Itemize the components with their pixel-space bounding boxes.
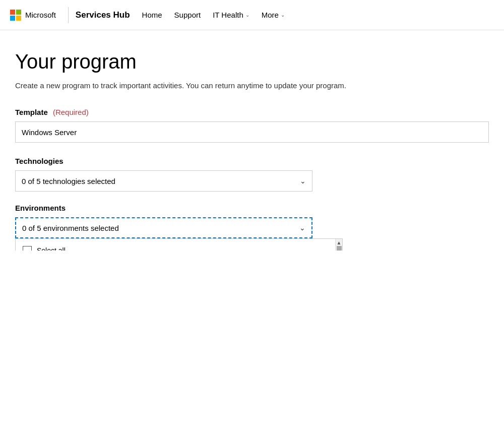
- nav-home[interactable]: Home: [142, 11, 162, 19]
- nav-more-label: More: [262, 11, 279, 19]
- nav-links: Home Support IT Health ⌄ More ⌄: [142, 11, 285, 19]
- template-required: (Required): [53, 108, 89, 116]
- environments-dropdown-list: Select all WindowsServerAssessment_06012…: [15, 238, 343, 251]
- technologies-value: 0 of 5 technologies selected: [22, 177, 115, 185]
- services-hub-title[interactable]: Services Hub: [76, 10, 130, 20]
- environments-chevron-icon: ⌄: [299, 224, 305, 232]
- scrollbar-track: ▲ ▼: [335, 239, 342, 251]
- microsoft-logo[interactable]: Microsoft: [10, 10, 56, 21]
- page-title: Your program: [15, 50, 489, 73]
- template-label: Template (Required): [15, 108, 489, 116]
- dropdown-select-all[interactable]: Select all: [16, 239, 335, 251]
- environments-dropdown-container: 0 of 5 environments selected ⌄ Select al…: [15, 217, 312, 238]
- main-content: Your program Create a new program to tra…: [0, 30, 504, 238]
- environments-dropdown[interactable]: 0 of 5 environments selected ⌄: [15, 217, 312, 238]
- dropdown-scroll-area: Select all WindowsServerAssessment_06012…: [16, 239, 342, 251]
- select-all-label: Select all: [37, 246, 66, 251]
- it-health-chevron-icon: ⌄: [245, 12, 249, 18]
- technologies-label: Technologies: [15, 157, 489, 165]
- nav-it-health[interactable]: IT Health ⌄: [213, 11, 249, 19]
- page-description: Create a new program to track important …: [15, 81, 469, 90]
- dropdown-items: Select all WindowsServerAssessment_06012…: [16, 239, 335, 251]
- technologies-dropdown[interactable]: 0 of 5 technologies selected ⌄: [15, 170, 312, 192]
- nav-it-health-label: IT Health: [213, 11, 243, 19]
- ms-grid-icon: [10, 10, 21, 21]
- nav-more[interactable]: More ⌄: [262, 11, 285, 19]
- more-chevron-icon: ⌄: [281, 12, 285, 18]
- select-all-checkbox[interactable]: [23, 246, 32, 251]
- technologies-field-section: Technologies 0 of 5 technologies selecte…: [15, 157, 489, 192]
- brand-name: Microsoft: [25, 11, 56, 19]
- template-value: Windows Server: [22, 128, 77, 137]
- navigation-bar: Microsoft Services Hub Home Support IT H…: [0, 0, 504, 30]
- scroll-up-button[interactable]: ▲: [336, 239, 343, 246]
- environments-value: 0 of 5 environments selected: [22, 224, 119, 232]
- technologies-chevron-icon: ⌄: [300, 177, 306, 185]
- template-field-section: Template (Required) Windows Server: [15, 108, 489, 143]
- environments-label: Environments: [15, 204, 489, 212]
- nav-divider: [68, 7, 69, 23]
- environments-field-section: Environments 0 of 5 environments selecte…: [15, 204, 489, 238]
- nav-support[interactable]: Support: [174, 11, 201, 19]
- template-input[interactable]: Windows Server: [15, 121, 489, 143]
